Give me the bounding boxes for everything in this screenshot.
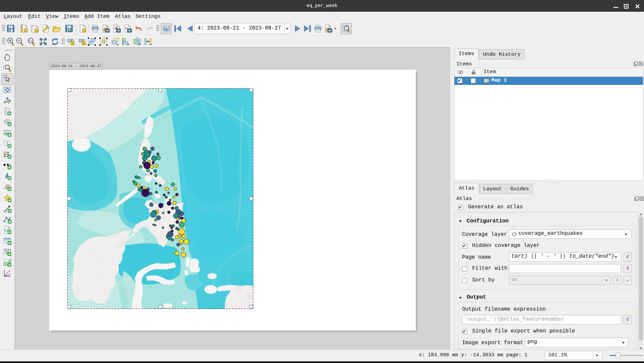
svg-text:N: N [7,173,8,175]
svg-text:1:1: 1:1 [29,39,33,42]
